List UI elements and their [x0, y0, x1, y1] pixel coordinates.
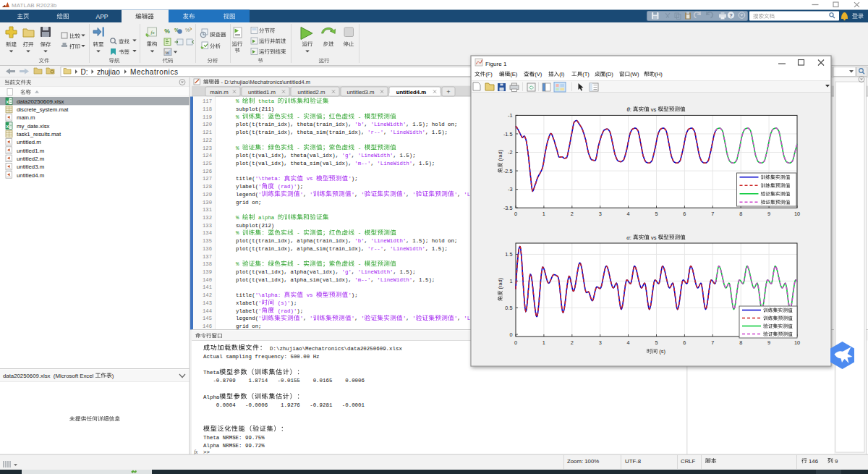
svg-text:(s): (s) [658, 348, 665, 355]
svg-text:-: - [354, 261, 364, 267]
svg-text:- D:\zhujiao\Mechatronics\unti: - D:\zhujiao\Mechatronics\untitled4.m [220, 79, 310, 85]
svg-text:132: 132 [203, 215, 212, 221]
svg-text:%: % [236, 261, 242, 267]
svg-text:127: 127 [203, 176, 212, 182]
svg-text:134: 134 [203, 230, 212, 236]
svg-text:'r--': 'r--' [367, 246, 383, 252]
svg-text:(W): (W) [630, 71, 639, 77]
svg-text:, 1.5);: , 1.5); [425, 130, 448, 135]
svg-text:, 1.5);: , 1.5); [412, 277, 435, 283]
svg-text:2: 2 [571, 211, 574, 217]
svg-text:vs: vs [650, 234, 658, 241]
svg-text:'g': 'g' [342, 153, 352, 158]
svg-text:-1.5: -1.5 [503, 131, 513, 137]
svg-text:6: 6 [683, 339, 686, 346]
svg-text:%: % [185, 27, 190, 33]
svg-text:zhujiao: zhujiao [97, 68, 120, 76]
svg-text:0: 0 [509, 331, 512, 338]
svg-text:4: 4 [627, 339, 630, 346]
svg-text:(H): (H) [655, 71, 663, 77]
svg-text:10: 10 [794, 339, 800, 346]
svg-text:8: 8 [739, 339, 742, 346]
svg-text:-2.5: -2.5 [503, 168, 513, 174]
svg-text:untitled1.m: untitled1.m [17, 148, 44, 154]
svg-text:'L: 'L [464, 192, 470, 198]
svg-text:9: 9 [767, 339, 770, 346]
svg-text:,: , [370, 161, 377, 166]
svg-text:,: , [352, 153, 358, 158]
svg-text:, 1.5); hold on;: , 1.5); hold on; [406, 122, 457, 127]
svg-text:'m--': 'm--' [354, 161, 370, 166]
svg-text:4: 4 [627, 211, 630, 217]
svg-text:,: , [365, 122, 371, 127]
svg-text:-: - [294, 114, 303, 120]
svg-text:(T): (T) [582, 71, 590, 77]
svg-text:>>: >> [203, 449, 210, 455]
svg-text:vs: vs [303, 176, 316, 182]
svg-text:142: 142 [203, 292, 212, 298]
svg-text:'m--': 'm--' [354, 277, 370, 283]
svg-text:3: 3 [599, 211, 602, 217]
svg-text:130: 130 [203, 200, 212, 206]
svg-text:Zoom: 100%: Zoom: 100% [567, 458, 599, 465]
svg-text:(rad)': (rad)' [274, 308, 297, 314]
svg-text:grid on;: grid on; [236, 200, 262, 206]
svg-text:'LineWidth': 'LineWidth' [377, 161, 412, 166]
svg-text:129: 129 [203, 192, 212, 198]
svg-text:untitled4.m: untitled4.m [17, 172, 44, 179]
svg-text:137: 137 [203, 254, 212, 260]
svg-text:%: % [165, 51, 169, 55]
svg-text:legend(: legend( [236, 192, 258, 198]
svg-text:Alpha NRMSE: 99.72%: Alpha NRMSE: 99.72% [203, 443, 265, 449]
svg-text:, 1.5);: , 1.5); [393, 153, 416, 158]
svg-text:title(: title( [236, 176, 255, 182]
svg-text:, 1.5); hold on;: , 1.5); hold on; [406, 238, 457, 244]
svg-text:'LineWidth': 'LineWidth' [377, 277, 412, 283]
svg-text:': ' [412, 316, 415, 321]
svg-text:1: 1 [509, 278, 512, 284]
svg-text:-: - [354, 230, 364, 236]
svg-text:);: ); [352, 292, 358, 298]
svg-text:-1: -1 [508, 112, 512, 119]
svg-text:-: - [294, 145, 303, 151]
svg-text:6: 6 [683, 211, 686, 217]
svg-text:-: - [294, 230, 303, 236]
svg-text:128: 128 [203, 184, 212, 190]
svg-text:%: % [236, 145, 242, 151]
svg-text:Mechatronics: Mechatronics [130, 68, 178, 76]
svg-text:9: 9 [767, 211, 770, 217]
svg-text:': ' [361, 192, 364, 198]
svg-text:,: , [303, 192, 310, 198]
svg-text:7: 7 [711, 211, 714, 217]
svg-text:139: 139 [203, 269, 212, 275]
svg-text:plot(t(val_idx), theta(val_idx: plot(t(val_idx), theta(val_idx), [236, 153, 342, 158]
svg-text:144: 144 [203, 308, 212, 314]
svg-text:,: , [370, 277, 377, 283]
svg-text:xlabel(: xlabel( [236, 300, 258, 306]
svg-text:,: , [406, 192, 412, 198]
svg-text:': ' [361, 316, 364, 321]
svg-text:'LineWidth': 'LineWidth' [370, 238, 406, 244]
svg-text:plot(t(train_idx), theta_sim(t: plot(t(train_idx), theta_sim(train_idx), [236, 130, 367, 135]
svg-text:,: , [383, 246, 390, 252]
svg-text:'LineWidth': 'LineWidth' [358, 269, 393, 275]
svg-text:(E): (E) [510, 71, 518, 77]
svg-text:vs: vs [303, 292, 316, 298]
svg-text:plot(t(val_idx), alpha_sim(val: plot(t(val_idx), alpha_sim(val_idx), [236, 277, 354, 283]
svg-text:X: X [6, 124, 9, 129]
svg-text:Theta NRMSE: 99.75%: Theta NRMSE: 99.75% [203, 435, 265, 441]
svg-text:0.5: 0.5 [505, 305, 512, 311]
svg-text:,: , [352, 269, 358, 275]
svg-text:0: 0 [514, 339, 517, 346]
svg-text:123: 123 [203, 145, 212, 151]
svg-text:%: % [236, 215, 242, 221]
svg-text:%: % [164, 27, 170, 35]
svg-text:Alpha: Alpha [203, 394, 220, 400]
svg-text:untitled3.m: untitled3.m [346, 89, 374, 96]
svg-text:122: 122 [203, 137, 212, 143]
svg-text:'b': 'b' [354, 122, 364, 127]
svg-text:145: 145 [203, 316, 212, 321]
svg-text:UTF-8: UTF-8 [625, 458, 641, 465]
svg-text:%: % [236, 98, 242, 104]
svg-text:-2: -2 [508, 149, 512, 156]
